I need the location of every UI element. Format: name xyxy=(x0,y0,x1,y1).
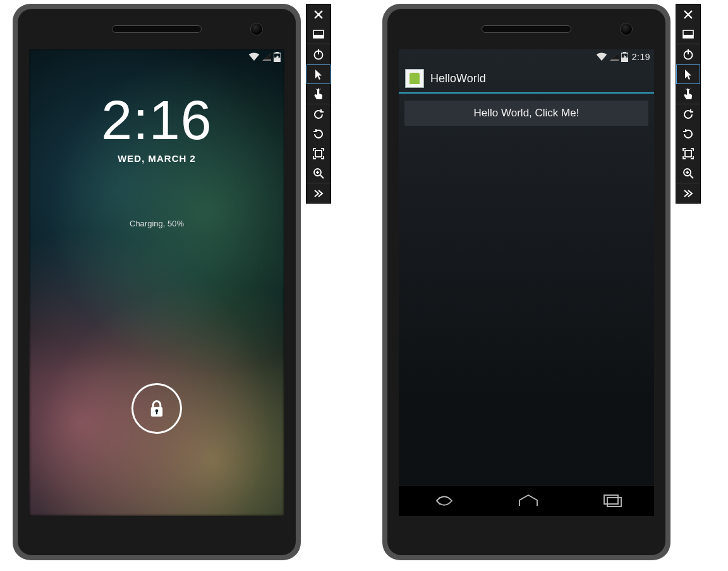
status-bar: 2:19 xyxy=(399,49,654,64)
more-button[interactable] xyxy=(676,183,700,203)
lockscreen-clock: 2:16 WED, MARCH 2 xyxy=(29,92,284,164)
charging-status: Charging, 50% xyxy=(29,219,284,228)
statusbar-time: 2:19 xyxy=(632,52,650,62)
clock-time: 2:16 xyxy=(29,92,284,148)
emulator-right: 2:19 HelloWorld Hello World, Click Me! xyxy=(382,4,670,560)
status-bar xyxy=(29,49,284,64)
svg-rect-24 xyxy=(683,35,693,38)
lock-icon xyxy=(148,399,166,418)
nav-recents-icon[interactable] xyxy=(604,494,622,507)
svg-line-16 xyxy=(316,89,317,90)
hello-world-button[interactable]: Hello World, Click Me! xyxy=(404,100,649,126)
svg-rect-1 xyxy=(276,52,279,53)
rotate-cw-button[interactable] xyxy=(306,124,331,144)
nav-home-icon[interactable] xyxy=(517,494,540,507)
front-camera xyxy=(620,23,633,35)
svg-rect-2 xyxy=(274,58,281,62)
app-title: HelloWorld xyxy=(430,72,486,85)
cursor-button[interactable] xyxy=(306,64,331,84)
power-button[interactable] xyxy=(676,44,700,64)
phone-body: 2:16 WED, MARCH 2 Charging, 50% xyxy=(18,9,296,555)
battery-charging-icon xyxy=(621,52,628,62)
emulator-toolbar-right xyxy=(676,4,701,204)
close-button[interactable] xyxy=(306,4,331,24)
app-icon xyxy=(405,69,424,88)
touch-button[interactable] xyxy=(676,84,700,104)
svg-rect-7 xyxy=(623,52,626,53)
rotate-ccw-button[interactable] xyxy=(676,104,700,124)
minimize-button[interactable] xyxy=(306,24,331,44)
stage: 2:16 WED, MARCH 2 Charging, 50% xyxy=(0,0,728,571)
phone-body: 2:19 HelloWorld Hello World, Click Me! xyxy=(387,9,665,555)
power-button[interactable] xyxy=(306,44,331,64)
battery-charging-icon xyxy=(274,52,281,62)
screenshot-button[interactable] xyxy=(676,144,700,163)
svg-rect-30 xyxy=(685,150,691,157)
action-bar: HelloWorld xyxy=(399,64,654,94)
svg-rect-12 xyxy=(313,35,324,38)
cursor-button[interactable] xyxy=(676,64,700,84)
zoom-button[interactable] xyxy=(676,163,700,183)
touch-button[interactable] xyxy=(306,84,331,104)
minimize-button[interactable] xyxy=(676,24,700,44)
nav-bar xyxy=(399,485,654,516)
svg-line-29 xyxy=(689,89,690,90)
rotate-cw-button[interactable] xyxy=(676,124,700,144)
cell-signal-icon xyxy=(262,53,271,61)
more-button[interactable] xyxy=(306,183,331,203)
device-screen-lock[interactable]: 2:16 WED, MARCH 2 Charging, 50% xyxy=(29,49,284,516)
cell-signal-icon xyxy=(610,53,619,61)
svg-line-17 xyxy=(319,89,320,90)
device-screen-app[interactable]: 2:19 HelloWorld Hello World, Click Me! xyxy=(399,49,654,516)
unlock-ring[interactable] xyxy=(131,383,182,434)
zoom-button[interactable] xyxy=(306,163,331,183)
emulator-toolbar-left xyxy=(306,4,331,204)
svg-rect-10 xyxy=(607,498,621,507)
screenshot-button[interactable] xyxy=(306,144,331,163)
emulator-left: 2:16 WED, MARCH 2 Charging, 50% xyxy=(13,4,301,560)
front-camera xyxy=(250,23,263,35)
svg-line-32 xyxy=(690,175,693,178)
speaker-grill xyxy=(482,25,571,33)
speaker-grill xyxy=(112,25,202,33)
rotate-ccw-button[interactable] xyxy=(306,104,331,124)
wifi-icon xyxy=(596,52,607,61)
clock-date: WED, MARCH 2 xyxy=(29,153,284,164)
nav-back-icon[interactable] xyxy=(430,494,453,508)
close-button[interactable] xyxy=(676,4,700,24)
svg-line-28 xyxy=(686,89,687,90)
svg-rect-9 xyxy=(604,495,618,504)
svg-rect-5 xyxy=(156,412,157,415)
svg-rect-18 xyxy=(315,150,322,157)
wifi-icon xyxy=(248,52,260,61)
svg-rect-8 xyxy=(621,58,628,62)
svg-line-20 xyxy=(320,175,324,178)
